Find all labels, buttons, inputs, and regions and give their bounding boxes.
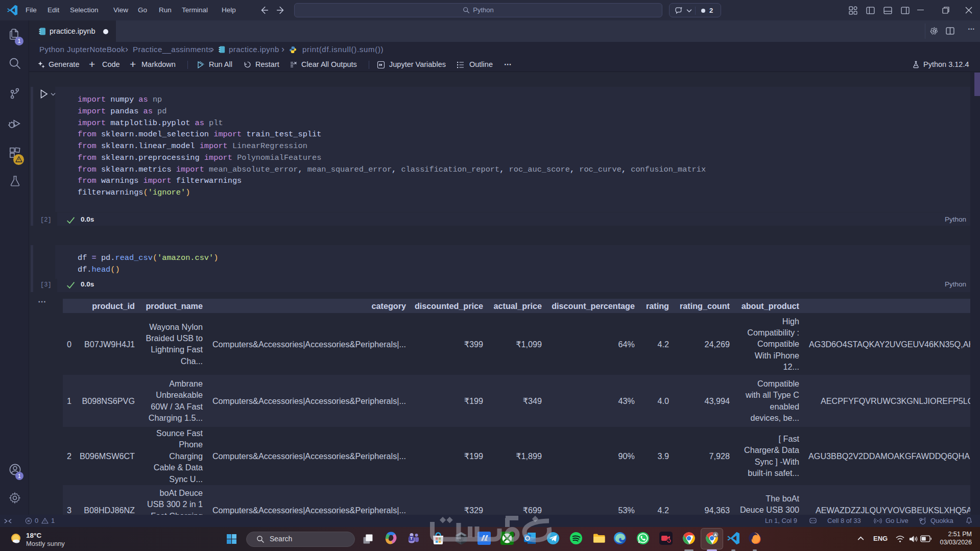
svg-text:T: T: [410, 536, 413, 541]
svg-text:A: A: [714, 533, 717, 537]
